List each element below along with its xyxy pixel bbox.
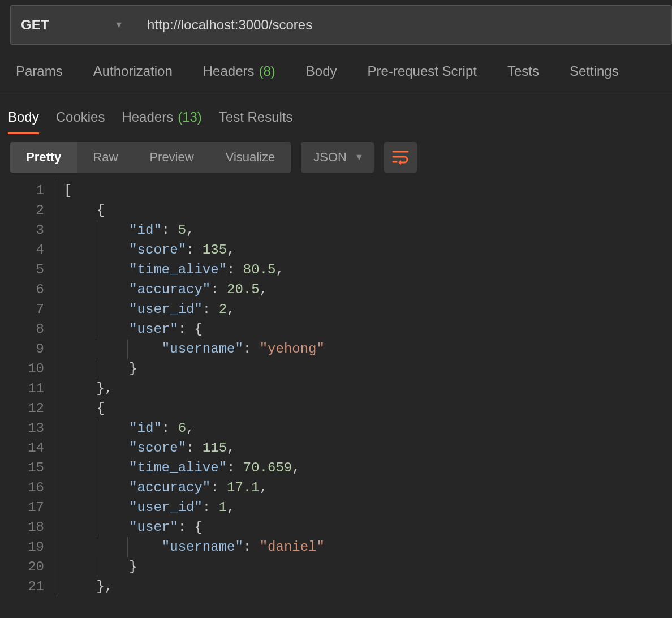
response-body-viewer[interactable]: 123 456 789 101112 131415 161718 192021 … [0, 181, 672, 596]
tab-prerequest[interactable]: Pre-request Script [368, 63, 477, 79]
response-tab-cookies[interactable]: Cookies [56, 104, 105, 134]
format-label: JSON [313, 150, 347, 165]
view-visualize[interactable]: Visualize [210, 142, 291, 173]
tab-tests[interactable]: Tests [507, 63, 539, 79]
tab-body[interactable]: Body [306, 63, 337, 79]
view-preview[interactable]: Preview [133, 142, 209, 173]
tab-authorization[interactable]: Authorization [93, 63, 173, 79]
view-raw[interactable]: Raw [77, 142, 133, 173]
response-tab-headers[interactable]: Headers (13) [122, 104, 201, 134]
request-tabs: Params Authorization Headers (8) Body Pr… [0, 50, 672, 93]
tab-settings[interactable]: Settings [570, 63, 619, 79]
format-select[interactable]: JSON ▼ [301, 142, 374, 173]
line-number-gutter: 123 456 789 101112 131415 161718 192021 [0, 181, 57, 596]
tab-params[interactable]: Params [16, 63, 63, 79]
http-method-select[interactable]: GET ▼ [10, 5, 133, 45]
headers-count: (8) [259, 63, 275, 79]
http-method-label: GET [21, 17, 49, 33]
response-tab-body[interactable]: Body [8, 104, 39, 134]
response-headers-count: (13) [178, 109, 202, 125]
code-content: [ { "id": 5, "score": 135, "time_alive":… [57, 181, 672, 596]
wrap-lines-button[interactable] [384, 142, 417, 173]
url-input[interactable]: http://localhost:3000/scores [133, 5, 672, 45]
response-toolbar: Pretty Raw Preview Visualize JSON ▼ [0, 134, 672, 181]
url-value: http://localhost:3000/scores [147, 17, 312, 33]
tab-headers[interactable]: Headers (8) [203, 63, 275, 79]
chevron-down-icon: ▼ [355, 152, 364, 162]
response-tabs: Body Cookies Headers (13) Test Results [0, 93, 672, 134]
view-mode-segment: Pretty Raw Preview Visualize [10, 142, 291, 173]
chevron-down-icon: ▼ [114, 20, 123, 30]
wrap-icon [392, 150, 409, 165]
response-tab-test-results[interactable]: Test Results [219, 104, 293, 134]
view-pretty[interactable]: Pretty [10, 142, 77, 173]
